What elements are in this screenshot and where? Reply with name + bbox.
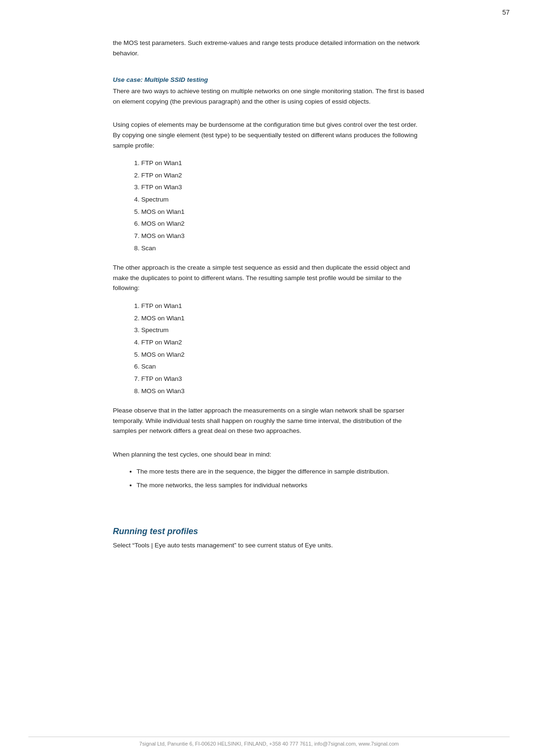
list-item: Spectrum bbox=[141, 193, 425, 206]
list-item: MOS on Wlan2 bbox=[141, 349, 425, 361]
bullet-list: The more tests there are in the sequence… bbox=[137, 466, 425, 491]
section2-paragraph1: Select “Tools | Eye auto tests managemen… bbox=[113, 540, 425, 551]
list-item: FTP on Wlan1 bbox=[141, 157, 425, 169]
list-item: MOS on Wlan1 bbox=[141, 312, 425, 325]
page-container: 57 the MOS test parameters. Such extreme… bbox=[0, 0, 538, 756]
bullet-item: The more networks, the less samples for … bbox=[137, 480, 425, 491]
section2-heading: Running test profiles bbox=[113, 527, 425, 536]
list-item: FTP on Wlan3 bbox=[141, 373, 425, 385]
list1: FTP on Wlan1FTP on Wlan2FTP on Wlan3Spec… bbox=[141, 157, 425, 254]
section1-paragraph2: Using copies of elements may be burdenso… bbox=[113, 120, 425, 150]
intro-paragraph: the MOS test parameters. Such extreme-va… bbox=[113, 38, 425, 58]
content-area: the MOS test parameters. Such extreme-va… bbox=[56, 0, 482, 595]
section1-paragraph3: The other approach is the create a simpl… bbox=[113, 263, 425, 293]
list-item: Scan bbox=[141, 360, 425, 373]
list-item: Spectrum bbox=[141, 324, 425, 336]
list-item: FTP on Wlan1 bbox=[141, 300, 425, 312]
section1-paragraph5: When planning the test cycles, one shoul… bbox=[113, 449, 425, 460]
list-item: Scan bbox=[141, 242, 425, 255]
list-item: MOS on Wlan3 bbox=[141, 385, 425, 397]
section1-heading: Use case: Multiple SSID testing bbox=[113, 76, 425, 83]
footer: 7signal Ltd, Panuntie 6, FI-00620 HELSIN… bbox=[28, 737, 510, 747]
page-number: 57 bbox=[502, 9, 510, 16]
bullet-item: The more tests there are in the sequence… bbox=[137, 466, 425, 477]
list-item: MOS on Wlan1 bbox=[141, 206, 425, 218]
list-item: FTP on Wlan2 bbox=[141, 336, 425, 349]
section1-paragraph4: Please observe that in the latter approa… bbox=[113, 405, 425, 436]
list-item: MOS on Wlan2 bbox=[141, 218, 425, 230]
list-item: MOS on Wlan3 bbox=[141, 230, 425, 242]
list-item: FTP on Wlan3 bbox=[141, 181, 425, 193]
section1-paragraph1: There are two ways to achieve testing on… bbox=[113, 86, 425, 106]
list2: FTP on Wlan1MOS on Wlan1SpectrumFTP on W… bbox=[141, 300, 425, 397]
list-item: FTP on Wlan2 bbox=[141, 169, 425, 182]
